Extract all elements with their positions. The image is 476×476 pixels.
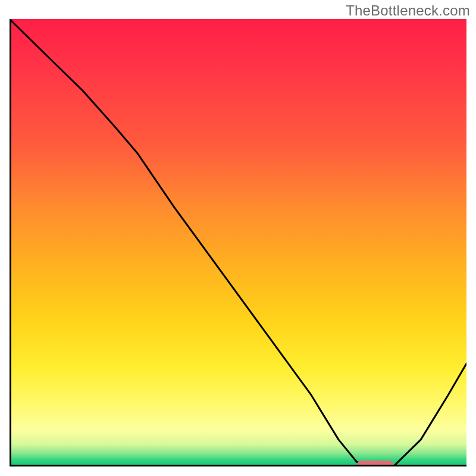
bottleneck-curve: [10, 19, 466, 466]
x-axis-line: [10, 465, 466, 466]
plot-area: [10, 19, 466, 466]
y-axis-line: [10, 19, 11, 466]
watermark-text: TheBottleneck.com: [346, 2, 470, 19]
chart-container: TheBottleneck.com: [0, 0, 476, 476]
